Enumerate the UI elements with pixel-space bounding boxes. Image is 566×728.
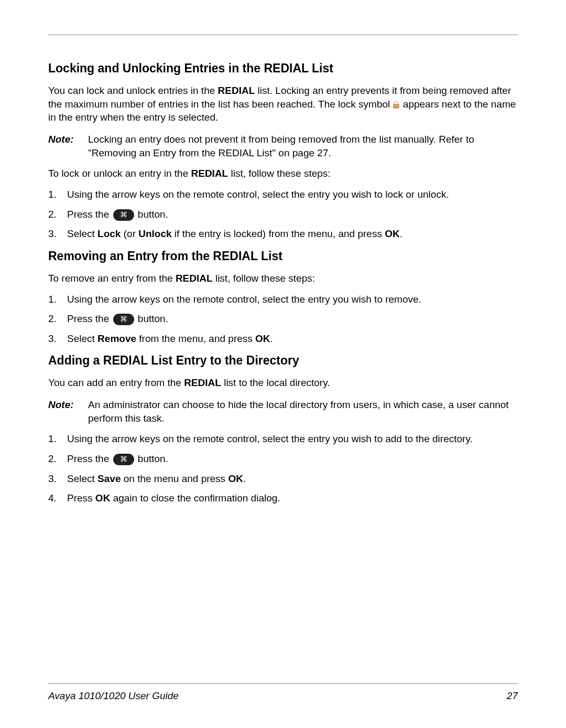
step-text: Select Lock (or Unlock if the entry is l… — [67, 227, 518, 241]
step-number: 2. — [48, 312, 61, 326]
command-button-icon — [113, 454, 134, 465]
note-label: Note: — [48, 398, 79, 425]
text: To lock or unlock an entry in the — [48, 168, 191, 179]
text: (or — [121, 228, 138, 239]
para-add-intro: You can add an entry from the REDIAL lis… — [48, 376, 518, 390]
heading-locking: Locking and Unlocking Entries in the RED… — [48, 60, 518, 77]
text: button. — [135, 313, 168, 324]
text-bold: OK — [228, 473, 243, 484]
top-rule — [48, 35, 518, 35]
text: Press the — [67, 313, 112, 324]
steps-add: 1. Using the arrow keys on the remote co… — [48, 432, 518, 505]
text-bold: REDIAL — [218, 85, 255, 96]
step-text: Using the arrow keys on the remote contr… — [67, 432, 518, 446]
step-number: 1. — [48, 432, 61, 446]
footer: Avaya 1010/1020 User Guide 27 — [48, 683, 518, 703]
text-bold: OK — [95, 493, 111, 504]
list-item: 2. Press the button. — [48, 452, 518, 466]
list-item: 2. Press the button. — [48, 208, 518, 221]
step-text: Using the arrow keys on the remote contr… — [67, 293, 518, 306]
step-number: 3. — [48, 227, 61, 241]
step-text: Press OK again to close the confirmation… — [67, 491, 518, 505]
list-item: 3. Select Remove from the menu, and pres… — [48, 332, 518, 346]
step-number: 4. — [48, 491, 61, 505]
step-text: Select Remove from the menu, and press O… — [67, 332, 518, 346]
list-item: 2. Press the button. — [48, 312, 518, 326]
text-bold: OK — [255, 333, 270, 344]
text: . — [243, 473, 246, 484]
footer-rule — [48, 683, 518, 684]
note-body: Locking an entry does not prevent it fro… — [88, 133, 518, 159]
list-item: 1. Using the arrow keys on the remote co… — [48, 188, 518, 201]
note-block-2: Note: An administrator can choose to hid… — [48, 398, 518, 425]
text: Select — [67, 228, 97, 239]
text: Press — [67, 493, 95, 504]
text: . — [400, 228, 402, 239]
step-text: Select Save on the menu and press OK. — [67, 472, 518, 486]
text: To remove an entry from the — [48, 273, 176, 284]
text: Press the — [67, 209, 112, 220]
para-lock-steps-intro: To lock or unlock an entry in the REDIAL… — [48, 167, 518, 180]
step-text: Press the button. — [67, 208, 518, 221]
text: button. — [135, 209, 168, 220]
step-number: 2. — [48, 452, 61, 466]
text: You can lock and unlock entries in the — [48, 85, 218, 96]
steps-remove: 1. Using the arrow keys on the remote co… — [48, 293, 518, 346]
para-remove-intro: To remove an entry from the REDIAL list,… — [48, 272, 518, 285]
text: again to close the confirmation dialog. — [110, 493, 280, 504]
text-bold: Remove — [97, 333, 136, 344]
text-bold: Unlock — [138, 228, 171, 239]
step-number: 3. — [48, 472, 61, 486]
heading-adding: Adding a REDIAL List Entry to the Direct… — [48, 352, 518, 369]
step-text: Using the arrow keys on the remote contr… — [67, 188, 518, 201]
text-bold: REDIAL — [191, 168, 228, 179]
text-bold: Lock — [97, 228, 121, 239]
list-item: 1. Using the arrow keys on the remote co… — [48, 432, 518, 446]
list-item: 3. Select Save on the menu and press OK. — [48, 472, 518, 486]
step-number: 3. — [48, 332, 61, 346]
text: from the menu, and press — [136, 333, 255, 344]
list-item: 3. Select Lock (or Unlock if the entry i… — [48, 227, 518, 241]
text-bold: Save — [97, 473, 121, 484]
text-bold: REDIAL — [176, 273, 213, 284]
text: Press the — [67, 453, 112, 464]
lock-icon — [393, 101, 399, 109]
text: Select — [67, 473, 97, 484]
note-label: Note: — [48, 133, 79, 159]
text: . — [270, 333, 273, 344]
footer-title: Avaya 1010/1020 User Guide — [48, 689, 179, 703]
step-text: Press the button. — [67, 452, 518, 466]
text: list to the local directory. — [221, 377, 330, 388]
list-item: 4. Press OK again to close the confirmat… — [48, 491, 518, 505]
text: if the entry is locked) from the menu, a… — [172, 228, 385, 239]
step-number: 1. — [48, 188, 61, 201]
text-bold: OK — [385, 228, 400, 239]
step-text: Press the button. — [67, 312, 518, 326]
note-block-1: Note: Locking an entry does not prevent … — [48, 133, 518, 159]
text: list, follow these steps: — [213, 273, 315, 284]
text: on the menu and press — [121, 473, 228, 484]
command-button-icon — [113, 314, 134, 325]
text: button. — [135, 453, 168, 464]
list-item: 1. Using the arrow keys on the remote co… — [48, 293, 518, 306]
text: list, follow these steps: — [228, 168, 330, 179]
steps-lock: 1. Using the arrow keys on the remote co… — [48, 188, 518, 241]
page-number: 27 — [507, 689, 518, 703]
heading-removing: Removing an Entry from the REDIAL List — [48, 248, 518, 264]
text: You can add an entry from the — [48, 377, 184, 388]
text: Select — [67, 333, 97, 344]
text-bold: REDIAL — [184, 377, 221, 388]
command-button-icon — [113, 209, 134, 221]
note-body: An administrator can choose to hide the … — [88, 398, 518, 425]
para-lock-intro: You can lock and unlock entries in the R… — [48, 84, 518, 124]
step-number: 1. — [48, 293, 61, 306]
step-number: 2. — [48, 208, 61, 221]
